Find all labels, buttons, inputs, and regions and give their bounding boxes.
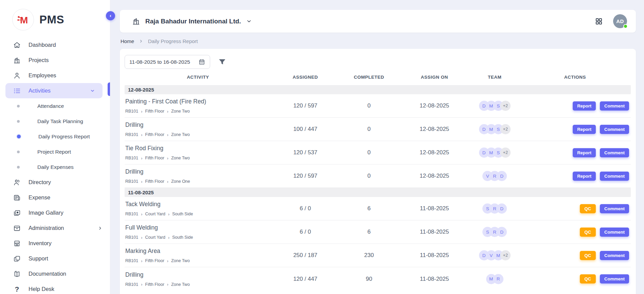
table-row: Tack Welding RB101›Court Yard›South Side… [125,197,631,220]
row-actions: ReportComment [519,101,631,111]
path-separator-icon: › [168,235,169,240]
activity-cell: Marking Area RB101›Fifth Floor›Zone Two [125,248,271,263]
sidebar-item-label: Dashboard [29,42,56,48]
filter-row [125,53,631,69]
activity-cell: Drilling RB101›Fifth Floor›Zone Two [125,121,271,137]
image-icon [13,209,21,217]
activity-location-path: RB101›Court Yard›South Side [125,212,271,216]
user-avatar[interactable]: AD [613,14,627,28]
sidebar-collapse-button[interactable]: ‹ [106,11,115,20]
activity-title: Tie Rod Fixing [125,145,271,152]
qc-button[interactable]: QC [580,274,596,283]
home-icon [13,41,21,49]
path-separator-icon: › [141,133,142,137]
team-avatars: VRD [470,171,519,181]
sidebar-item-employees[interactable]: Employees [0,68,110,83]
sidebar-subitem-daily-progress-report[interactable]: Daily Progress Report [0,129,110,144]
sidebar-item-dashboard[interactable]: Dashboard [0,37,110,53]
app-title: PMS [39,13,64,26]
comment-button[interactable]: Comment [600,228,629,237]
comment-button[interactable]: Comment [600,125,629,134]
team-more-avatar[interactable]: +2 [500,101,511,111]
assigned-value: 120 / 597 [271,173,339,179]
report-button[interactable]: Report [573,148,596,157]
comment-button[interactable]: Comment [600,274,629,283]
sidebar-item-documentation[interactable]: Documentation [0,266,110,281]
completed-value: 90 [339,276,399,282]
activity-location-path: RB101›Court Yard›South Side [125,235,271,240]
invoice-icon [13,194,21,202]
sidebar-item-directory[interactable]: Directory [0,175,110,190]
sidebar-item-administration[interactable]: Administration [0,220,110,236]
sidebar-item-expense[interactable]: Expense [0,190,110,205]
sidebar-item-label: Administration [29,225,64,231]
report-button[interactable]: Report [573,125,596,134]
content-card: ACTIVITY ASSIGNED COMPLETED ASSIGN ON TE… [120,49,636,294]
path-separator-icon: › [141,282,142,287]
filter-button[interactable] [218,58,226,66]
completed-value: 0 [339,173,399,179]
sidebar-subitem-daily-expenses[interactable]: Daily Expenses [0,159,110,175]
completed-value: 0 [339,149,399,156]
table-row: Drilling RB101›Fifth Floor›Zone Two 100 … [125,118,631,141]
company-selector[interactable]: Raja Bahadur International Ltd. [132,17,252,25]
date-range-input[interactable] [129,59,195,65]
sidebar-subitem-daily-task-planning[interactable]: Daily Task Planning [0,114,110,129]
path-separator-icon: › [167,179,168,184]
sidebar-item-label: Directory [29,179,51,185]
breadcrumb-home-link[interactable]: Home [121,38,134,44]
sidebar-item-inventory[interactable]: Inventory [0,236,110,251]
path-separator-icon: › [167,109,168,114]
sidebar-item-label: Documentation [29,271,66,277]
assign-on-date: 12-08-2025 [399,173,470,179]
path-item: Fifth Floor [145,258,164,263]
sidebar-subitem-attendance[interactable]: Attendance [0,98,110,114]
path-separator-icon: › [141,156,142,160]
row-actions: QCComment [519,251,631,260]
activity-cell: Tie Rod Fixing RB101›Fifth Floor›Zone Tw… [125,145,271,160]
assigned-value: 100 / 447 [271,126,339,133]
building-icon [132,17,140,25]
qc-button[interactable]: QC [580,251,596,260]
path-item: South Side [172,235,193,240]
chevron-down-icon [90,88,95,93]
table-row: Painting - First Coat (Fire Red) RB101›F… [125,94,631,118]
sidebar-item-image-gallery[interactable]: Image Gallary [0,205,110,220]
sidebar-item-label: Projects [29,57,49,63]
report-button[interactable]: Report [573,101,596,111]
apps-grid-button[interactable] [595,17,603,25]
qc-button[interactable]: QC [580,228,596,237]
sidebar-item-support[interactable]: Support [0,251,110,266]
sidebar-item-projects[interactable]: Projects [0,53,110,68]
path-item: Zone Two [171,109,190,114]
comment-button[interactable]: Comment [600,172,629,181]
team-more-avatar[interactable]: +2 [500,250,511,260]
active-item-indicator [108,82,110,96]
path-separator-icon: › [141,109,142,114]
report-button[interactable]: Report [573,172,596,181]
row-actions: QCComment [519,274,631,283]
sidebar-subitem-project-report[interactable]: Project Report [0,144,110,159]
breadcrumb-current: Daily Progress Report [148,38,198,44]
qc-button[interactable]: QC [580,204,596,213]
comment-button[interactable]: Comment [600,101,629,111]
path-separator-icon: › [168,212,169,216]
comment-button[interactable]: Comment [600,251,629,260]
team-avatars: DMS+2 [470,124,519,134]
table-row: Drilling RB101›Fifth Floor›Zone Two 120 … [125,267,631,291]
team-member-avatar: D [497,203,507,214]
comment-button[interactable]: Comment [600,148,629,157]
completed-value: 230 [339,252,399,259]
sidebar-item-activities[interactable]: Activities [5,83,103,98]
sidebar-item-label: Help Desk [29,286,54,292]
path-item: Zone One [171,179,190,184]
team-more-avatar[interactable]: +2 [500,148,511,158]
comment-button[interactable]: Comment [600,204,629,213]
top-header: Raja Bahadur International Ltd. AD [120,10,636,33]
sidebar-item-help-desk[interactable]: ? Help Desk [0,281,110,294]
team-more-avatar[interactable]: +2 [500,124,511,134]
assign-on-date: 11-08-2025 [399,276,470,282]
completed-value: 6 [339,229,399,235]
store-icon [13,239,21,248]
date-range-picker[interactable] [125,55,210,69]
